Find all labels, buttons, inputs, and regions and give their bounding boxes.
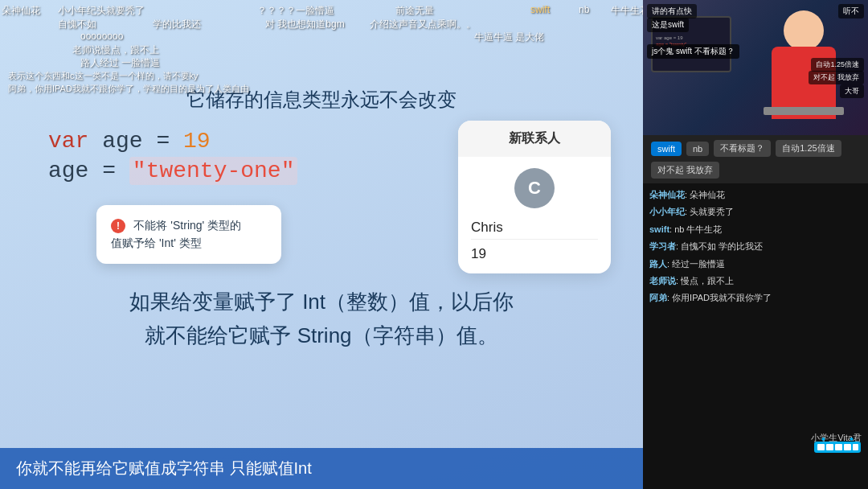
code-line-1: var age = 19 bbox=[48, 129, 466, 154]
chat-msg: 学的比我还 bbox=[153, 18, 201, 31]
video-tag: 自动1.25倍速 bbox=[811, 58, 864, 72]
svg-point-6 bbox=[822, 438, 825, 441]
chat-msg: 朵神仙花 bbox=[2, 4, 40, 18]
contact-name: Chris bbox=[458, 215, 611, 239]
right-chat-item: 朵神仙花: 朵神仙花 bbox=[643, 187, 868, 203]
chat-msg: nb bbox=[579, 4, 589, 15]
right-chat-item: 老师说: 慢点，跟不上 bbox=[643, 273, 868, 290]
svg-rect-3 bbox=[835, 444, 842, 450]
chat-msg: 表示这个东西和c这一类不是一个样的，请不要ky bbox=[8, 70, 199, 82]
chat-msg: 路人经过 一脸懵逼 bbox=[80, 56, 160, 70]
code-var-name: age bbox=[102, 129, 156, 154]
chat-msg: 小小年纪头就要秃了 bbox=[58, 4, 145, 18]
chat-msg: 牛逼牛逼 是大佬 bbox=[474, 31, 544, 44]
right-chat-item: 小小年纪: 头就要秃了 bbox=[643, 203, 868, 220]
chat-msg: oooooooo bbox=[80, 31, 123, 42]
contact-age: 19 bbox=[458, 240, 611, 273]
video-tag: 大哥 bbox=[840, 84, 864, 98]
error-icon: ! bbox=[111, 219, 125, 233]
bilibili-logo bbox=[813, 437, 862, 457]
chat-msg: 阿弟，你用IPAD我就不跟你学了，学程的目的是为了人类自由 bbox=[8, 83, 249, 95]
chat-msg: 前途无量 bbox=[395, 4, 434, 18]
svg-rect-2 bbox=[826, 444, 833, 450]
video-overlay: 讲的有点快 这是swift 听不 js个鬼 swift 不看标题？ 自动1.25… bbox=[643, 0, 868, 135]
error-text: 不能将 'String' 类型的 值赋予给 'Int' 类型 bbox=[111, 219, 241, 249]
code-assign: = bbox=[156, 129, 183, 154]
chat-username: 阿弟 bbox=[649, 293, 667, 302]
chat-username: 路人 bbox=[649, 259, 667, 269]
video-tag: 讲的有点快 bbox=[647, 4, 697, 18]
subtitle-bar: 你就不能再给它赋值成字符串 只能赋值Int bbox=[0, 448, 643, 489]
ctrl-no-title[interactable]: 不看标题？ bbox=[714, 140, 771, 157]
video-thumbnail[interactable]: var age = 19 age = "twenty" 不能将String类型 … bbox=[643, 0, 868, 135]
right-chat-item: swift: nb 牛牛生花 bbox=[643, 221, 868, 238]
main-content: 朵神仙花 小小年纪头就要秃了 ？？？？一脸懵逼 前途无量 swift nb 牛牛… bbox=[0, 0, 643, 489]
code-string-value: "twenty-one" bbox=[129, 157, 298, 185]
svg-rect-5 bbox=[853, 444, 858, 450]
ctrl-swift[interactable]: swift bbox=[651, 142, 682, 156]
main-description: 如果给变量赋予了 Int（整数）值，以后你 就不能给它赋予 String（字符串… bbox=[32, 286, 611, 352]
right-panel: var age = 19 age = "twenty" 不能将String类型 … bbox=[643, 0, 868, 489]
chat-msg: 对 我也想知道bgm bbox=[265, 18, 345, 31]
chat-msg: 介绍这声音又点乘啊。。 bbox=[370, 18, 476, 31]
chat-username: 小小年纪 bbox=[649, 207, 685, 216]
right-chat-item: 学习者: 自愧不如 学的比我还 bbox=[643, 238, 868, 255]
chat-msg: swift bbox=[530, 4, 550, 15]
contact-avatar: C bbox=[514, 168, 555, 208]
svg-point-7 bbox=[850, 438, 854, 441]
right-chat-item: 阿弟: 你用IPAD我就不跟你学了 bbox=[643, 290, 868, 306]
chat-msg: 自愧不如 bbox=[58, 18, 96, 31]
chat-overlay: 朵神仙花 小小年纪头就要秃了 ？？？？一脸懵逼 前途无量 swift nb 牛牛… bbox=[0, 0, 643, 129]
chat-msg: 牛牛生花 bbox=[611, 4, 643, 18]
ctrl-speed[interactable]: 自动1.25倍速 bbox=[776, 140, 841, 157]
code-assign-2: = bbox=[102, 158, 129, 183]
contact-card: 新联系人 C Chris 19 bbox=[458, 121, 611, 273]
ctrl-give-up[interactable]: 对不起 我放弃 bbox=[651, 162, 719, 179]
video-tag: 这是swift bbox=[647, 18, 689, 32]
chat-username: 学习者 bbox=[649, 241, 676, 251]
code-line-2: age = "twenty-one" bbox=[48, 158, 466, 183]
code-var-keyword: var bbox=[48, 129, 88, 154]
chat-username: 老师说 bbox=[649, 276, 676, 286]
error-bubble: ! 不能将 'String' 类型的 值赋予给 'Int' 类型 bbox=[96, 205, 281, 264]
video-tag: 听不 bbox=[838, 4, 864, 18]
svg-rect-1 bbox=[817, 444, 825, 450]
chat-msg: 老师说慢点，跟不上 bbox=[72, 43, 159, 57]
code-number: 19 bbox=[183, 129, 211, 154]
right-chat-item: 路人: 经过一脸懵逼 bbox=[643, 256, 868, 273]
main-text-line2: 就不能给它赋予 String（字符串）值。 bbox=[32, 319, 611, 353]
ctrl-nb[interactable]: nb bbox=[686, 142, 709, 156]
svg-rect-4 bbox=[844, 444, 851, 450]
chat-username: 朵神仙花 bbox=[649, 190, 685, 199]
main-text-line1: 如果给变量赋予了 Int（整数）值，以后你 bbox=[32, 286, 611, 319]
right-controls: swift nb 不看标题？ 自动1.25倍速 对不起 我放弃 bbox=[643, 135, 868, 183]
video-tag: js个鬼 swift 不看标题？ bbox=[647, 44, 739, 59]
code-var-ref: age bbox=[48, 158, 102, 183]
video-tag: 对不起 我放弃 bbox=[809, 71, 864, 84]
chat-msg: ？？？？一脸懵逼 bbox=[257, 4, 334, 18]
code-section: var age = 19 age = "twenty-one" bbox=[48, 129, 466, 188]
chat-username: swift bbox=[649, 224, 669, 234]
right-chat-panel: 朵神仙花: 朵神仙花 小小年纪: 头就要秃了 swift: nb 牛牛生花 学习… bbox=[643, 183, 868, 489]
